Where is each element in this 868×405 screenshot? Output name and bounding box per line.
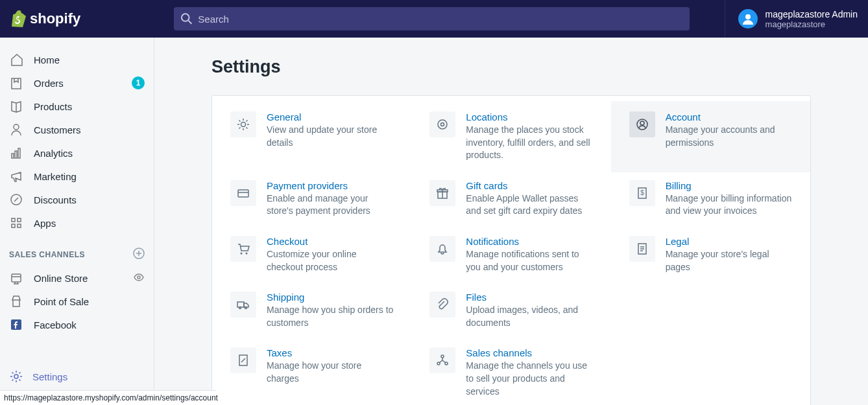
settings-tile-sales-channels[interactable]: Sales channelsManage the channels you us… — [411, 347, 610, 398]
sales-channels-label: SALES CHANNELS — [9, 250, 85, 259]
svg-point-20 — [241, 122, 246, 127]
channels-icon — [429, 347, 455, 373]
avatar-icon — [741, 12, 755, 26]
search-input-container[interactable] — [174, 7, 690, 30]
tile-title: Locations — [466, 111, 592, 122]
svg-line-1 — [189, 21, 192, 24]
sidebar-item-discounts[interactable]: Discounts — [0, 188, 154, 211]
svg-rect-9 — [12, 218, 15, 222]
sidebar-item-customers[interactable]: Customers — [0, 118, 154, 141]
sidebar-item-products[interactable]: Products — [0, 95, 154, 118]
sidebar-item-analytics[interactable]: Analytics — [0, 141, 154, 165]
svg-rect-7 — [18, 148, 20, 158]
tile-desc: Manage the places you stock inventory, f… — [466, 124, 592, 162]
settings-tile-general[interactable]: GeneralView and update your store detail… — [212, 111, 411, 162]
sidebar-channel-online-store[interactable]: Online Store — [0, 266, 154, 290]
gear-icon — [9, 369, 23, 384]
svg-point-4 — [14, 124, 19, 130]
brand-text: shopify — [30, 10, 80, 27]
sidebar-item-home[interactable]: Home — [0, 48, 154, 71]
tile-title: General — [267, 111, 393, 122]
sidebar-item-label: Apps — [34, 218, 145, 229]
plus-circle-icon — [133, 248, 145, 259]
tile-title: Taxes — [267, 347, 393, 358]
svg-point-21 — [438, 120, 447, 129]
facebook-icon — [9, 318, 23, 332]
location-icon — [429, 111, 455, 137]
home-icon — [9, 52, 23, 67]
settings-link[interactable]: Settings — [0, 363, 154, 390]
settings-tile-taxes[interactable]: TaxesManage how your store charges — [212, 347, 411, 398]
sidebar-item-orders[interactable]: Orders1 — [0, 71, 154, 95]
brand-logo[interactable]: shopify — [10, 10, 154, 27]
sidebar-item-label: Orders — [34, 78, 132, 89]
tile-title: Account — [666, 111, 792, 122]
pos-icon — [9, 294, 23, 308]
tile-desc: Manage how your store charges — [267, 360, 393, 385]
sidebar-channel-facebook[interactable]: Facebook — [0, 313, 154, 336]
status-url: https://mageplazastore.myshopify.com/adm… — [0, 390, 216, 405]
cart-icon — [230, 236, 256, 262]
svg-point-24 — [640, 121, 644, 125]
settings-tile-locations[interactable]: LocationsManage the places you stock inv… — [411, 111, 610, 162]
clip-icon — [429, 292, 455, 318]
settings-tile-billing[interactable]: $BillingManage your billing information … — [611, 180, 810, 218]
sidebar-item-label: Analytics — [34, 148, 145, 159]
main-content: Settings GeneralView and update your sto… — [154, 38, 868, 405]
onlinestore-icon — [9, 271, 23, 285]
discounts-icon — [9, 192, 23, 207]
taxes-icon — [230, 347, 256, 373]
sidebar-channel-point-of-sale[interactable]: Point of Sale — [0, 290, 154, 313]
search-input[interactable] — [198, 14, 683, 25]
search-wrap — [154, 7, 712, 30]
user-name: mageplazastore Admin — [766, 9, 858, 19]
tile-title: Billing — [666, 180, 792, 191]
svg-point-17 — [138, 276, 140, 279]
tile-desc: Manage how you ship orders to customers — [267, 304, 393, 329]
settings-tile-legal[interactable]: LegalManage your store's legal pages — [611, 236, 810, 273]
tile-title: Payment providers — [267, 180, 393, 191]
sidebar-item-label: Marketing — [34, 171, 145, 182]
svg-rect-16 — [12, 274, 21, 282]
settings-tile-shipping[interactable]: ShippingManage how you ship orders to cu… — [212, 292, 411, 329]
svg-point-2 — [745, 14, 751, 19]
settings-tile-account[interactable]: AccountManage your accounts and permissi… — [611, 101, 810, 172]
settings-tile-notifications[interactable]: NotificationsManage notifications sent t… — [411, 236, 610, 273]
sidebar-item-apps[interactable]: Apps — [0, 211, 154, 235]
sidebar-item-label: Discounts — [34, 194, 145, 205]
tile-title: Files — [466, 292, 592, 303]
tile-desc: Manage notifications sent to you and you… — [466, 248, 592, 273]
shopify-bag-icon — [10, 10, 26, 27]
avatar — [738, 9, 758, 29]
svg-rect-11 — [12, 224, 15, 227]
settings-label: Settings — [32, 371, 67, 382]
tile-desc: Manage your accounts and permissions — [666, 124, 792, 149]
eye-icon[interactable] — [133, 272, 145, 285]
user-menu[interactable]: mageplazastore Admin mageplazastore — [725, 0, 858, 38]
analytics-icon — [9, 146, 23, 160]
svg-rect-12 — [18, 224, 21, 227]
truck-icon — [230, 292, 256, 318]
svg-point-32 — [241, 252, 243, 254]
settings-tile-checkout[interactable]: CheckoutCustomize your online checkout p… — [212, 236, 411, 273]
sidebar-item-label: Customers — [34, 124, 145, 135]
tile-desc: View and update your store details — [267, 124, 393, 149]
svg-rect-38 — [237, 302, 244, 307]
svg-point-22 — [441, 123, 444, 126]
add-channel-button[interactable] — [133, 248, 145, 261]
settings-tile-payment-providers[interactable]: Payment providersEnable and manage your … — [212, 180, 411, 218]
settings-tile-files[interactable]: FilesUpload images, videos, and document… — [411, 292, 610, 329]
settings-tile-gift-cards[interactable]: Gift cardsEnable Apple Wallet passes and… — [411, 180, 610, 218]
svg-point-42 — [441, 355, 444, 358]
sidebar-channel-label: Point of Sale — [34, 296, 145, 307]
sidebar-channel-label: Online Store — [34, 273, 133, 284]
topbar: shopify mageplazastore Admin mageplazast… — [0, 0, 868, 38]
sidebar-item-marketing[interactable]: Marketing — [0, 165, 154, 188]
svg-point-19 — [14, 375, 18, 378]
tile-desc: Enable Apple Wallet passes and set gift … — [466, 192, 592, 218]
user-text: mageplazastore Admin mageplazastore — [766, 9, 858, 29]
tile-desc: Customize your online checkout process — [267, 248, 393, 273]
marketing-icon — [9, 169, 23, 183]
gift-icon — [429, 180, 455, 206]
svg-point-40 — [245, 307, 247, 309]
